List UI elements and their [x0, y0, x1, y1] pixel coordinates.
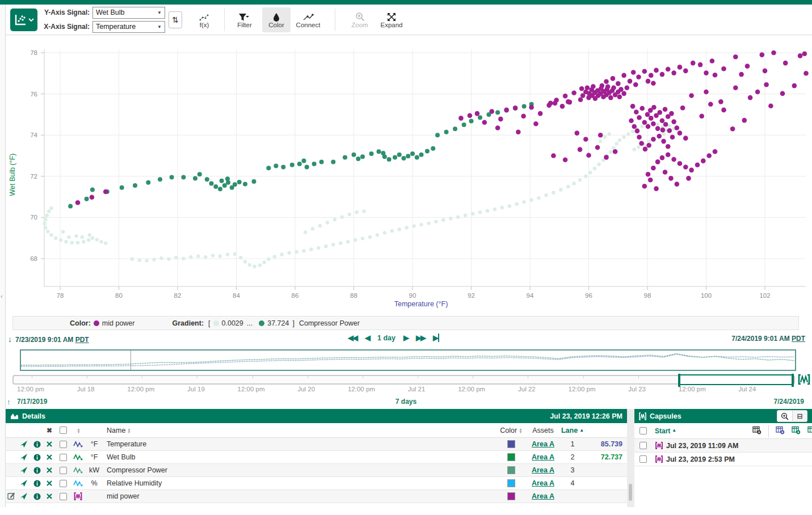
add-stat-column-button[interactable]: [776, 426, 785, 436]
connect-icon: [302, 11, 314, 22]
color-swatch[interactable]: [507, 466, 515, 474]
capsule-checkbox[interactable]: [639, 442, 647, 449]
collapse-panel-icon[interactable]: ‹: [1, 293, 3, 299]
pin-icon[interactable]: [17, 438, 31, 450]
remove-icon[interactable]: [43, 490, 56, 503]
range-end-datetime[interactable]: 7/24/2019 9:01 AM PDT: [731, 335, 805, 343]
expand-label: Expand: [380, 22, 402, 28]
info-icon[interactable]: [31, 451, 43, 463]
details-scrollbar-handle[interactable]: [629, 484, 632, 501]
y-axis-signal-label: Y-Axis Signal:: [43, 9, 90, 16]
capsule-row[interactable]: Jul 23, 2019 11:09 AM: [634, 439, 812, 453]
color-swatch[interactable]: [507, 440, 515, 448]
scatter-plot[interactable]: 7880828486889092949698100102687072747678…: [0, 35, 812, 314]
condition-icon: [70, 490, 85, 503]
add-stat-column-button[interactable]: [807, 426, 812, 436]
info-icon[interactable]: [31, 438, 43, 450]
x-axis-signal-select[interactable]: Temperature▼: [92, 21, 165, 33]
remove-icon[interactable]: [43, 451, 56, 463]
step-back-button[interactable]: ◀: [365, 334, 369, 342]
color-swatch[interactable]: [507, 453, 515, 461]
time-scrollbar-window[interactable]: [679, 374, 793, 385]
pin-icon[interactable]: [17, 490, 31, 503]
investigate-range-duration[interactable]: 7 days: [0, 398, 812, 406]
trend-preview[interactable]: [20, 349, 796, 371]
color-swatch[interactable]: [507, 492, 515, 500]
sort-icon[interactable]: ▲▼: [127, 428, 131, 433]
item-name: mid power: [103, 490, 495, 503]
column-name[interactable]: Name▲▼: [103, 423, 495, 437]
panel-scrollbar-gap: [627, 409, 634, 507]
connect-label: Connect: [296, 22, 321, 28]
remove-icon[interactable]: [43, 464, 56, 476]
unit-label: [85, 490, 103, 503]
capsule-rows: Jul 23, 2019 11:09 AMJul 23, 2019 2:53 P…: [634, 439, 812, 466]
pin-icon[interactable]: [17, 464, 31, 476]
row-checkbox[interactable]: [60, 480, 67, 487]
step-forward-fast-button[interactable]: ▶▶: [416, 334, 425, 342]
add-stat-column-button[interactable]: [792, 426, 801, 436]
asset-link[interactable]: Area A: [532, 479, 554, 487]
color-button[interactable]: Color: [262, 7, 291, 32]
select-all-checkbox[interactable]: [60, 427, 67, 434]
column-color[interactable]: Color▲▼: [495, 423, 527, 437]
timezone-link[interactable]: PDT: [792, 335, 805, 343]
capsule-checkbox[interactable]: [639, 455, 647, 463]
time-axis-label: Jul 18: [77, 386, 95, 392]
connect-button[interactable]: Connect: [294, 7, 322, 32]
legend-gradient-max-dot: [259, 320, 264, 326]
current-value: 72.737: [586, 451, 627, 463]
duration-label[interactable]: 1 day: [377, 334, 396, 342]
expand-button[interactable]: Expand: [377, 7, 406, 32]
column-assets[interactable]: Assets: [527, 423, 559, 437]
edit-icon[interactable]: [7, 492, 15, 501]
capsules-zoom-button[interactable]: [777, 411, 792, 421]
column-lane[interactable]: Lane▲: [559, 423, 586, 437]
pin-icon[interactable]: [17, 477, 31, 489]
remove-icon[interactable]: [43, 438, 56, 450]
remove-icon[interactable]: [43, 477, 56, 489]
fx-button[interactable]: f(x): [190, 7, 218, 32]
asset-link[interactable]: Area A: [532, 453, 554, 461]
asset-link[interactable]: Area A: [532, 492, 554, 500]
filter-button[interactable]: Filter: [230, 7, 259, 32]
step-forward-button[interactable]: ▶: [403, 334, 408, 342]
sort-icon[interactable]: ▲▼: [519, 428, 522, 433]
capsules-select-all-checkbox[interactable]: [639, 427, 647, 434]
chart-type-button[interactable]: [10, 9, 37, 31]
info-icon[interactable]: [31, 490, 43, 503]
details-title: Details: [22, 412, 45, 420]
info-icon[interactable]: [31, 464, 43, 476]
step-to-end-button[interactable]: ▶: [433, 334, 439, 342]
scrollbar-right-handle[interactable]: [792, 374, 794, 387]
asset-link[interactable]: Area A: [532, 440, 554, 448]
pin-icon[interactable]: [17, 451, 31, 463]
step-back-fast-button[interactable]: ◀◀: [348, 334, 357, 342]
color-swatch[interactable]: [507, 479, 515, 487]
investigate-range-end[interactable]: 7/24/2019: [774, 398, 804, 406]
row-checkbox[interactable]: [60, 467, 67, 474]
capsules-collapse-button[interactable]: ⊟: [792, 411, 807, 421]
add-column-button[interactable]: [752, 426, 761, 436]
info-icon[interactable]: [31, 477, 43, 489]
remove-all-icon[interactable]: ✖: [47, 427, 52, 434]
item-name: Wet Bulb: [103, 451, 495, 463]
time-axis-label: Jul 23: [628, 386, 646, 392]
item-name: Relative Humidity: [103, 477, 495, 489]
current-value: [586, 477, 627, 489]
row-checkbox[interactable]: [60, 454, 67, 461]
legend-gradient-item: Compressor Power: [299, 319, 360, 327]
asset-link[interactable]: Area A: [532, 466, 554, 474]
capsule-row[interactable]: Jul 23, 2019 2:53 PM: [634, 453, 812, 466]
y-axis-signal-select[interactable]: Wet Bulb▼: [92, 7, 165, 19]
row-checkbox[interactable]: [60, 493, 67, 500]
details-header: Details Jul 23, 2019 12:26 PM: [6, 409, 627, 423]
column-start[interactable]: Start▲: [655, 427, 676, 435]
zoom-icon: [355, 11, 365, 22]
scrollbar-tick: [363, 376, 363, 378]
scrollbar-left-handle[interactable]: [678, 374, 680, 387]
swap-axes-button[interactable]: ⇅: [169, 11, 182, 28]
sort-icon[interactable]: ▲▼: [77, 428, 80, 433]
row-checkbox[interactable]: [60, 441, 67, 448]
capsule-time-icon[interactable]: [798, 374, 810, 387]
